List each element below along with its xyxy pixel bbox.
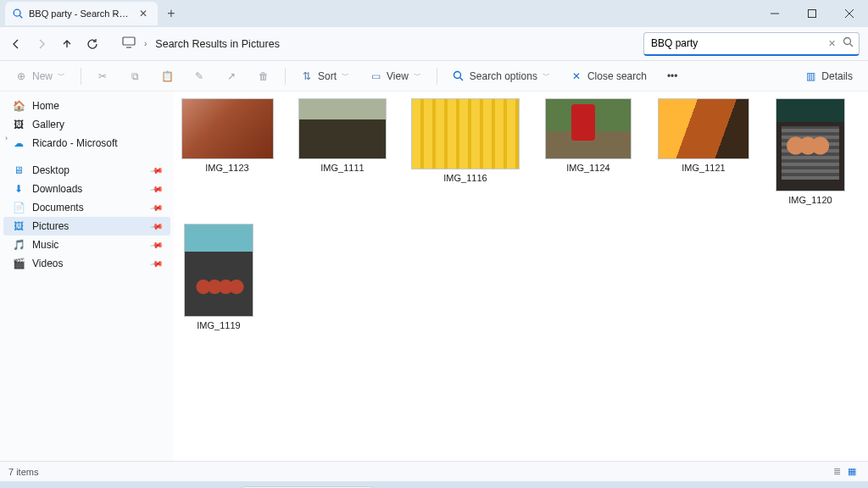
file-thumbnail [411, 98, 520, 169]
svg-line-1 [19, 15, 22, 18]
file-name: IMG_1120 [788, 195, 832, 205]
sidebar-item-home[interactable]: 🏠Home [3, 97, 170, 115]
details-pane-button[interactable]: ▥ Details [798, 67, 860, 86]
file-thumbnail [776, 98, 845, 191]
view-button[interactable]: ▭ View ﹀ [363, 67, 428, 86]
file-item[interactable]: IMG_1116 [411, 98, 520, 205]
svg-rect-6 [123, 37, 135, 45]
cut-button[interactable]: ✂ [90, 67, 115, 86]
svg-point-0 [14, 9, 20, 16]
file-thumbnail [184, 224, 253, 317]
forward-button[interactable] [34, 36, 49, 52]
new-tab-button[interactable]: + [159, 2, 183, 25]
chevron-right-icon[interactable]: › [144, 39, 147, 48]
details-label: Details [821, 70, 853, 82]
sort-button[interactable]: ⇅ Sort ﹀ [294, 67, 356, 86]
file-thumbnail [657, 98, 750, 159]
taskbar-app-1[interactable]: 🧩 [419, 485, 446, 488]
sidebar-item-pictures[interactable]: 🖼Pictures📌 [3, 217, 170, 236]
paste-button[interactable]: 📋 [154, 67, 180, 86]
pin-icon: 📌 [150, 257, 164, 270]
maximize-button[interactable] [793, 0, 831, 27]
file-item[interactable]: IMG_1123 [181, 98, 274, 205]
search-input[interactable] [651, 37, 821, 49]
cut-icon: ✂ [97, 70, 108, 82]
tab-title: BBQ party - Search Results in I [29, 8, 131, 19]
file-item[interactable]: IMG_1124 [542, 98, 635, 205]
back-button[interactable] [8, 36, 24, 52]
gallery-icon: 🖼 [12, 118, 25, 131]
music-icon: 🎵 [12, 238, 25, 252]
home-icon: 🏠 [12, 99, 25, 113]
plus-circle-icon: ⊕ [15, 70, 27, 82]
rename-button[interactable]: ✎ [186, 67, 212, 86]
share-button[interactable]: ↗ [219, 67, 244, 86]
window-controls [756, 0, 868, 27]
file-item[interactable]: IMG_1119 [181, 224, 257, 330]
content-pane[interactable]: IMG_1123IMG_1111IMG_1116IMG_1124IMG_1121… [174, 92, 868, 461]
chevron-down-icon: ﹀ [58, 70, 65, 81]
chevron-right-icon[interactable]: › [5, 134, 8, 142]
file-item[interactable]: IMG_1111 [296, 98, 389, 205]
close-search-button[interactable]: ✕ Close search [564, 67, 654, 86]
pin-icon: 📌 [150, 201, 164, 214]
file-thumbnail [542, 98, 635, 159]
file-name: IMG_1124 [566, 163, 609, 173]
chevron-down-icon: ﹀ [414, 70, 421, 81]
sidebar-item-videos[interactable]: 🎬Videos📌 [3, 254, 170, 273]
close-window-button[interactable] [831, 0, 868, 27]
start-button[interactable] [201, 485, 228, 488]
breadcrumb[interactable]: Search Results in Pictures [155, 38, 280, 50]
clear-search-button[interactable]: ✕ [826, 38, 837, 49]
sidebar-item-music[interactable]: 🎵Music📌 [3, 236, 170, 254]
command-toolbar: ⊕ New ﹀ ✂ ⧉ 📋 ✎ ↗ 🗑 ⇅ Sort ﹀ ▭ View ﹀ Se… [0, 61, 868, 92]
pin-icon: 📌 [150, 219, 164, 233]
tab-close-button[interactable]: ✕ [136, 8, 151, 19]
taskbar-app-4[interactable]: 📘 [580, 485, 607, 488]
up-button[interactable] [59, 36, 75, 52]
svg-line-9 [850, 44, 854, 47]
close-search-label: Close search [587, 70, 647, 82]
rename-icon: ✎ [193, 70, 205, 82]
navigation-sidebar: 🏠Home 🖼Gallery › ☁Ricardo - Microsoft 🖥D… [0, 92, 174, 461]
sidebar-item-desktop[interactable]: 🖥Desktop📌 [3, 161, 170, 180]
sidebar-item-onedrive[interactable]: ☁Ricardo - Microsoft [3, 134, 170, 152]
share-icon: ↗ [225, 70, 237, 82]
videos-icon: 🎬 [12, 257, 25, 270]
taskbar-explorer[interactable]: 📁 [515, 485, 542, 488]
ellipsis-icon: ••• [667, 70, 678, 82]
layout-details-button[interactable]: ≣ [830, 466, 844, 477]
svg-rect-3 [809, 10, 816, 18]
cloud-icon: ☁ [12, 136, 25, 150]
task-view-button[interactable] [387, 485, 414, 488]
search-submit-icon[interactable] [843, 36, 854, 50]
minimize-button[interactable] [756, 0, 793, 27]
taskbar-app-2[interactable]: 💬 [451, 485, 478, 488]
close-icon: ✕ [570, 70, 582, 82]
search-options-button[interactable]: Search options ﹀ [446, 67, 557, 86]
more-button[interactable]: ••• [660, 67, 685, 86]
sidebar-item-downloads[interactable]: ⬇Downloads📌 [3, 180, 170, 198]
refresh-button[interactable] [85, 36, 100, 52]
desktop-icon: 🖥 [12, 164, 25, 177]
window-tab[interactable]: BBQ party - Search Results in I ✕ [5, 2, 158, 25]
copy-button[interactable]: ⧉ [122, 67, 147, 86]
documents-icon: 📄 [12, 201, 25, 214]
layout-thumbnails-button[interactable]: ▦ [844, 466, 860, 477]
this-pc-icon[interactable] [122, 36, 136, 51]
sidebar-item-documents[interactable]: 📄Documents📌 [3, 198, 170, 217]
file-item[interactable]: IMG_1120 [772, 98, 849, 205]
new-button[interactable]: ⊕ New ﹀ [8, 67, 72, 86]
trash-icon: 🗑 [258, 70, 270, 82]
delete-button[interactable]: 🗑 [251, 67, 276, 86]
details-icon: ▥ [804, 70, 816, 82]
view-icon: ▭ [370, 70, 381, 82]
sidebar-item-gallery[interactable]: 🖼Gallery [3, 115, 170, 134]
taskbar-store[interactable]: 🛍 [548, 485, 575, 488]
search-options-icon [453, 70, 465, 82]
svg-line-11 [459, 77, 463, 80]
taskbar-app-3[interactable]: 🌐 [483, 485, 510, 488]
paste-icon: 📋 [161, 70, 173, 82]
search-box[interactable]: ✕ [643, 32, 860, 56]
file-item[interactable]: IMG_1121 [657, 98, 750, 205]
